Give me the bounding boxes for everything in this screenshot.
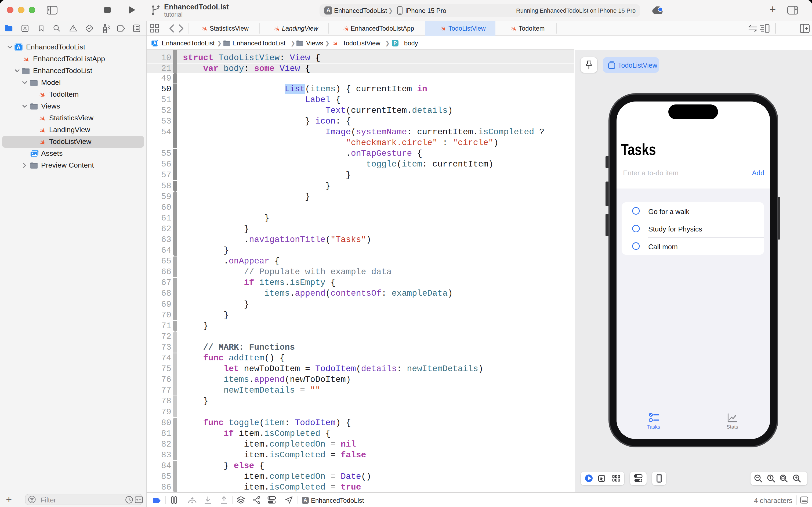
svg-text:A: A [17, 44, 20, 50]
svg-text:1: 1 [769, 475, 771, 480]
svg-text:A: A [153, 41, 157, 45]
